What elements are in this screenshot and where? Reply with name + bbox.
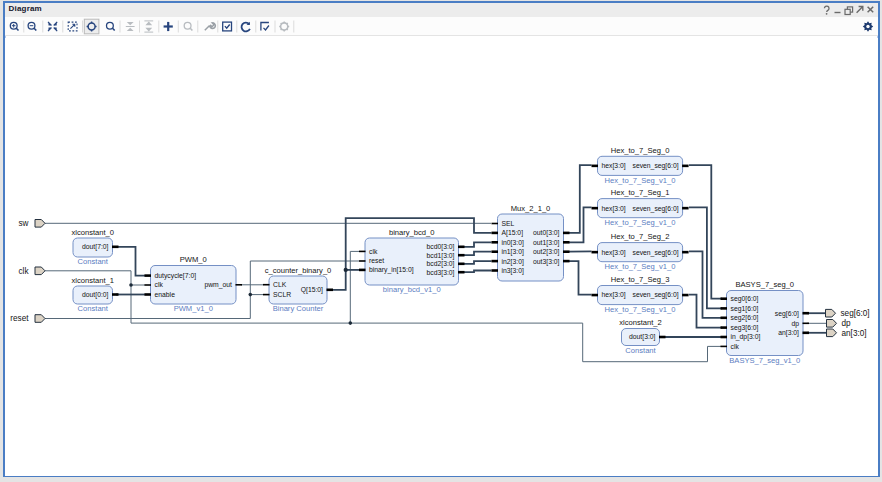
- svg-text:Hex_to_7_Seg_v1_0: Hex_to_7_Seg_v1_0: [605, 176, 676, 185]
- svg-text:reset: reset: [369, 257, 384, 264]
- svg-text:an[3:0]: an[3:0]: [842, 329, 867, 338]
- svg-text:seg[6:0]: seg[6:0]: [841, 309, 870, 318]
- svg-text:Hex_to_7_Seg_3: Hex_to_7_Seg_3: [611, 275, 670, 284]
- svg-text:clk: clk: [18, 267, 29, 276]
- svg-text:seg[6:0]: seg[6:0]: [775, 310, 799, 318]
- svg-text:binary_bcd_0: binary_bcd_0: [389, 228, 435, 237]
- svg-text:binary_in[15:0]: binary_in[15:0]: [369, 266, 414, 274]
- svg-text:SEL: SEL: [502, 220, 515, 227]
- svg-text:Hex_to_7_Seg_2: Hex_to_7_Seg_2: [611, 232, 670, 241]
- svg-text:seg0[6:0]: seg0[6:0]: [731, 295, 759, 303]
- svg-text:pwm_out: pwm_out: [204, 281, 232, 289]
- svg-text:Hex_to_7_Seg_v1_0: Hex_to_7_Seg_v1_0: [605, 262, 676, 271]
- svg-text:dutycycle[7:0]: dutycycle[7:0]: [155, 272, 197, 280]
- svg-text:out1[3:0]: out1[3:0]: [533, 239, 560, 247]
- svg-text:sw: sw: [18, 219, 28, 228]
- svg-text:PWM_0: PWM_0: [180, 255, 207, 264]
- svg-text:out0[3:0]: out0[3:0]: [533, 229, 560, 237]
- svg-text:hex[3:0]: hex[3:0]: [602, 249, 626, 257]
- svg-text:xlconstant_2: xlconstant_2: [619, 318, 662, 327]
- svg-text:bcd0[3:0]: bcd0[3:0]: [427, 243, 455, 251]
- svg-text:in1[3:0]: in1[3:0]: [502, 248, 524, 256]
- svg-text:dp: dp: [842, 319, 852, 328]
- svg-text:out2[3:0]: out2[3:0]: [533, 248, 560, 256]
- svg-text:clk: clk: [731, 343, 740, 350]
- svg-text:in0[3:0]: in0[3:0]: [502, 239, 524, 247]
- svg-text:Mux_2_1_0: Mux_2_1_0: [511, 204, 551, 213]
- svg-text:bcd2[3:0]: bcd2[3:0]: [427, 260, 455, 268]
- svg-text:hex[3:0]: hex[3:0]: [602, 205, 626, 213]
- svg-text:BASYS_7_seg_v1_0: BASYS_7_seg_v1_0: [729, 356, 800, 365]
- svg-text:xlconstant_1: xlconstant_1: [71, 276, 114, 285]
- svg-text:Hex_to_7_Seg_v1_0: Hex_to_7_Seg_v1_0: [605, 218, 676, 227]
- svg-text:Q[15:0]: Q[15:0]: [301, 286, 323, 294]
- svg-text:in_dp[3:0]: in_dp[3:0]: [731, 333, 761, 341]
- svg-text:seg2[6:0]: seg2[6:0]: [731, 314, 759, 322]
- svg-text:clk: clk: [155, 281, 164, 288]
- svg-text:xlconstant_0: xlconstant_0: [71, 228, 114, 237]
- svg-text:dp: dp: [791, 320, 799, 328]
- svg-text:hex[3:0]: hex[3:0]: [602, 162, 626, 170]
- svg-text:bcd1[3:0]: bcd1[3:0]: [427, 252, 455, 260]
- svg-text:out3[3:0]: out3[3:0]: [533, 258, 560, 266]
- svg-text:an[3:0]: an[3:0]: [778, 329, 799, 337]
- svg-text:seg1[6:0]: seg1[6:0]: [731, 305, 759, 313]
- svg-text:PWM_v1_0: PWM_v1_0: [174, 304, 213, 313]
- svg-text:c_counter_binary_0: c_counter_binary_0: [265, 266, 332, 275]
- svg-text:in3[3:0]: in3[3:0]: [502, 267, 524, 275]
- svg-text:hex[3:0]: hex[3:0]: [602, 291, 626, 299]
- svg-text:seg3[6:0]: seg3[6:0]: [731, 324, 759, 332]
- svg-text:Hex_to_7_Seg_1: Hex_to_7_Seg_1: [611, 188, 670, 197]
- svg-text:Binary Counter: Binary Counter: [273, 304, 324, 313]
- svg-text:Hex_to_7_Seg_v1_0: Hex_to_7_Seg_v1_0: [605, 305, 676, 314]
- svg-text:binary_bcd_v1_0: binary_bcd_v1_0: [383, 285, 441, 294]
- svg-text:dout[7:0]: dout[7:0]: [82, 243, 109, 251]
- svg-text:in2[3:0]: in2[3:0]: [502, 258, 524, 266]
- svg-text:A[15:0]: A[15:0]: [502, 229, 524, 237]
- svg-text:reset: reset: [10, 314, 29, 323]
- svg-text:dout[0:0]: dout[0:0]: [82, 291, 109, 299]
- svg-text:Constant: Constant: [625, 346, 656, 355]
- svg-text:seven_seg[6:0]: seven_seg[6:0]: [632, 291, 678, 299]
- svg-text:CLK: CLK: [273, 281, 287, 288]
- svg-text:enable: enable: [155, 291, 176, 298]
- svg-text:seven_seg[6:0]: seven_seg[6:0]: [632, 205, 678, 213]
- svg-text:SCLR: SCLR: [273, 291, 291, 298]
- svg-text:Constant: Constant: [78, 304, 109, 313]
- svg-text:dout[3:0]: dout[3:0]: [629, 333, 656, 341]
- svg-text:clk: clk: [369, 248, 378, 255]
- svg-text:BASYS_7_seg_0: BASYS_7_seg_0: [735, 280, 794, 289]
- svg-text:seven_seg[6:0]: seven_seg[6:0]: [632, 162, 678, 170]
- svg-text:Constant: Constant: [78, 257, 109, 266]
- svg-text:Hex_to_7_Seg_0: Hex_to_7_Seg_0: [611, 146, 670, 155]
- svg-text:seven_seg[6:0]: seven_seg[6:0]: [632, 249, 678, 257]
- svg-text:bcd3[3:0]: bcd3[3:0]: [427, 269, 455, 277]
